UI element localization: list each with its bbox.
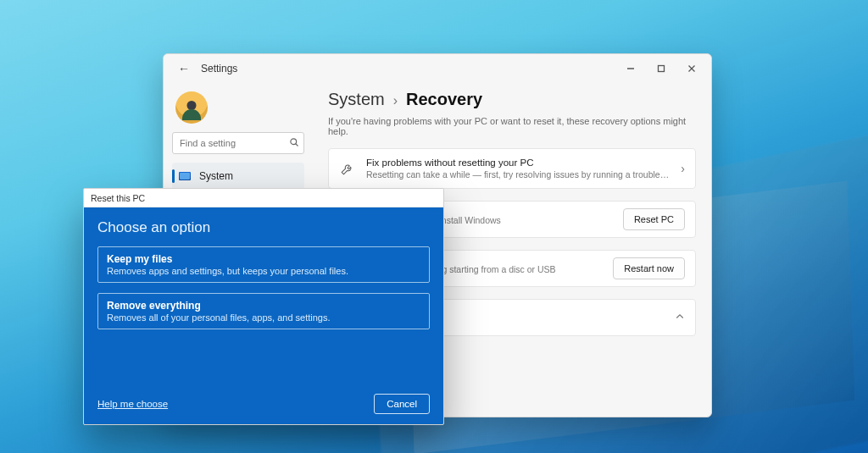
back-button[interactable]: ←: [174, 58, 194, 79]
option-keep-my-files[interactable]: Keep my files Removes apps and settings,…: [97, 246, 430, 283]
cancel-button[interactable]: Cancel: [374, 394, 430, 414]
card-title: Fix problems without resetting your PC: [366, 157, 670, 168]
minimize-button[interactable]: [616, 57, 645, 80]
svg-rect-1: [659, 66, 665, 72]
system-icon: [179, 172, 191, 180]
avatar[interactable]: [175, 91, 208, 124]
option-desc: Removes all of your personal files, apps…: [107, 312, 420, 323]
search-wrap: [172, 132, 304, 154]
card-desc: Resetting can take a while — first, try …: [366, 169, 670, 180]
option-title: Remove everything: [107, 300, 420, 312]
chevron-right-icon: ›: [393, 93, 398, 108]
fix-problems-card[interactable]: Fix problems without resetting your PC R…: [328, 148, 696, 189]
help-me-choose-link[interactable]: Help me choose: [97, 399, 168, 409]
sidebar-item-system[interactable]: System: [172, 163, 304, 190]
search-icon: [289, 135, 299, 151]
search-input[interactable]: [172, 132, 304, 154]
reset-pc-dialog: Reset this PC Choose an option Keep my f…: [83, 188, 444, 425]
minimize-icon: [626, 64, 635, 73]
close-button[interactable]: [677, 57, 706, 80]
breadcrumb-system[interactable]: System: [328, 90, 385, 109]
dialog-titlebar: Reset this PC: [84, 189, 443, 207]
option-remove-everything[interactable]: Remove everything Removes all of your pe…: [97, 293, 430, 329]
restart-now-button[interactable]: Restart now: [613, 257, 685, 279]
dialog-heading: Choose an option: [97, 219, 430, 236]
wrench-icon: [339, 160, 356, 177]
titlebar: ← Settings: [164, 54, 711, 83]
svg-point-4: [291, 139, 297, 145]
close-icon: [687, 64, 696, 73]
caption-controls: [616, 57, 706, 80]
reset-pc-button[interactable]: Reset PC: [623, 208, 685, 230]
dialog-body: Choose an option Keep my files Removes a…: [84, 207, 443, 424]
option-title: Keep my files: [107, 253, 420, 265]
option-desc: Removes apps and settings, but keeps you…: [107, 266, 420, 276]
sidebar-item-label: System: [199, 170, 233, 182]
page-title: Recovery: [406, 90, 482, 109]
breadcrumb: System › Recovery: [328, 90, 696, 109]
chevron-up-icon: [675, 310, 685, 325]
svg-line-5: [296, 144, 298, 146]
page-subtitle: If you're having problems with your PC o…: [328, 116, 696, 136]
arrow-left-icon: ←: [178, 62, 190, 75]
window-title: Settings: [201, 63, 237, 75]
dialog-footer: Help me choose Cancel: [97, 394, 430, 414]
maximize-button[interactable]: [647, 57, 676, 80]
maximize-icon: [657, 64, 665, 73]
chevron-right-icon: ›: [681, 162, 685, 175]
card-text: Fix problems without resetting your PC R…: [366, 157, 670, 180]
dialog-window-title: Reset this PC: [91, 193, 145, 203]
